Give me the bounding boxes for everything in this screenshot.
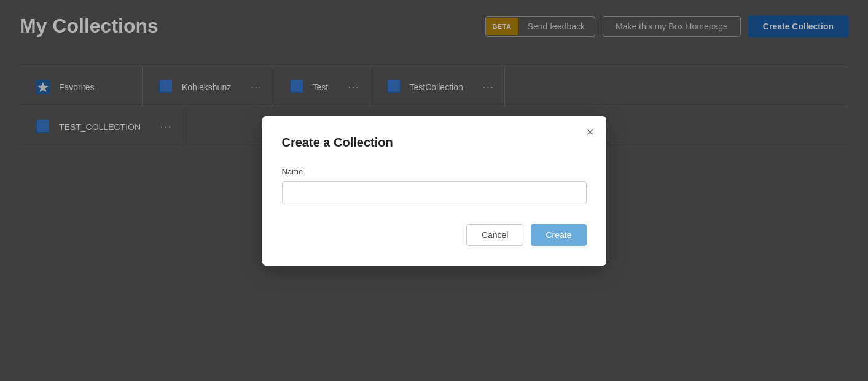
create-collection-modal: × Create a Collection Name Cancel Create [262,116,606,266]
modal-close-button[interactable]: × [587,126,594,138]
modal-actions: Cancel Create [282,224,587,246]
collection-name-input[interactable] [282,181,587,204]
create-button[interactable]: Create [531,224,586,246]
cancel-button[interactable]: Cancel [466,224,524,246]
modal-overlay[interactable]: × Create a Collection Name Cancel Create [0,0,868,381]
modal-title: Create a Collection [282,136,587,150]
name-label: Name [282,167,587,176]
